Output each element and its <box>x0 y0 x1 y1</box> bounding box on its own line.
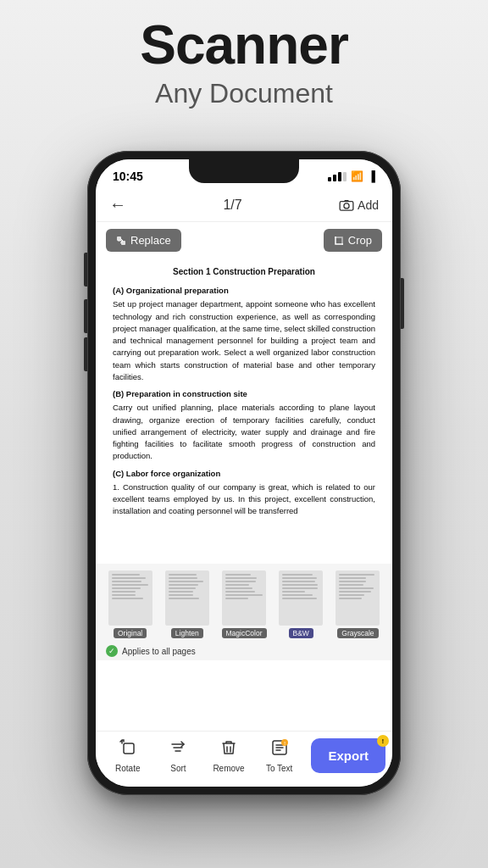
thumbnail-preview <box>108 570 152 626</box>
phone-mockup: 10:45 📶 ▐ ← 1/7 <box>87 151 401 795</box>
thumb-line <box>112 591 136 593</box>
thumbnail-preview <box>336 570 380 626</box>
export-label: Export <box>328 748 369 763</box>
thumbnail-preview <box>222 570 266 626</box>
app-title: Scanner <box>0 15 488 75</box>
svg-rect-5 <box>124 743 134 754</box>
thumb-line <box>339 577 365 579</box>
thumbnail-label: Original <box>114 628 147 638</box>
remove-label: Remove <box>213 764 244 773</box>
signal-bar-4 <box>343 172 347 181</box>
app-subtitle: Any Document <box>0 78 488 109</box>
thumb-line <box>225 574 251 576</box>
thumb-line <box>169 598 199 599</box>
app-header: Scanner Any Document <box>0 0 488 109</box>
thumbnail-label: MagicColor <box>222 628 267 638</box>
camera-icon <box>339 199 354 211</box>
thumb-line <box>169 584 198 586</box>
thumbnail-preview <box>165 570 209 626</box>
crop-button[interactable]: Crop <box>324 229 382 252</box>
to-text-action[interactable]: ! To Text <box>256 738 302 773</box>
phone-notch <box>189 159 299 183</box>
replace-icon <box>116 236 126 246</box>
check-icon: ✓ <box>106 645 118 657</box>
action-buttons: Rotate Sort <box>103 738 304 773</box>
thumb-line <box>339 591 371 593</box>
thumb-line <box>282 587 318 589</box>
section-c-body: 1. Construction quality of our company i… <box>113 481 375 518</box>
battery-icon: ▐ <box>368 170 375 182</box>
thumb-line <box>225 594 263 596</box>
document-title: Section 1 Construction Preparation <box>113 265 375 278</box>
phone-outer: 10:45 📶 ▐ ← 1/7 <box>87 151 401 795</box>
thumb-line <box>282 584 318 586</box>
applies-label: Applies to all pages <box>122 647 196 656</box>
rotate-label: Rotate <box>115 764 140 773</box>
section-a-body: Set up project manager department, appoi… <box>113 298 375 383</box>
thumbnail-label: Grayscale <box>337 628 378 638</box>
section-a-heading: (A) Organizational preparation <box>113 285 375 297</box>
add-button[interactable]: Add <box>339 198 379 212</box>
remove-icon <box>219 738 238 761</box>
bottom-toolbar: Rotate Sort <box>96 731 392 787</box>
thumb-line <box>225 577 257 579</box>
thumbnail-preview <box>279 570 323 626</box>
document-content: Section 1 Construction Preparation (A) O… <box>96 259 392 564</box>
page-indicator: 1/7 <box>223 198 241 213</box>
thumb-line <box>112 577 146 579</box>
rotate-icon <box>119 738 137 761</box>
status-time: 10:45 <box>113 170 143 183</box>
thumb-line <box>282 574 313 576</box>
thumb-line <box>112 598 143 599</box>
thumb-line <box>339 598 362 599</box>
svg-rect-2 <box>344 199 348 201</box>
phone-screen: 10:45 📶 ▐ ← 1/7 <box>96 159 392 787</box>
thumb-line <box>339 594 363 596</box>
thumbnail-item[interactable]: B&W <box>275 570 327 638</box>
thumb-line <box>169 587 196 589</box>
thumbnail-label: Lighten <box>171 628 203 638</box>
thumb-line <box>339 574 374 576</box>
signal-icon <box>328 172 347 181</box>
export-button[interactable]: Export ! <box>311 738 385 773</box>
add-label: Add <box>358 198 379 212</box>
replace-button[interactable]: Replace <box>106 229 181 252</box>
thumb-line <box>339 581 365 582</box>
thumb-line <box>169 594 193 596</box>
export-badge: ! <box>377 735 389 747</box>
thumbnail-label: B&W <box>289 628 313 638</box>
filter-thumbnails: OriginalLightenMagicColorB&WGrayscale <box>96 564 392 642</box>
thumb-line <box>282 577 317 579</box>
thumb-line <box>339 584 363 586</box>
thumb-line <box>169 581 203 582</box>
svg-point-1 <box>344 203 349 208</box>
thumb-line <box>112 584 148 586</box>
thumb-line <box>169 577 197 579</box>
thumbnail-item[interactable]: Original <box>104 570 156 638</box>
thumb-line <box>225 584 249 586</box>
thumb-line <box>339 587 374 589</box>
thumb-line <box>225 591 255 593</box>
thumb-line <box>225 598 248 599</box>
thumb-line <box>282 591 305 593</box>
applies-all-pages: ✓ Applies to all pages <box>96 642 392 660</box>
thumb-line <box>169 591 193 593</box>
status-icons: 📶 ▐ <box>328 170 375 182</box>
thumb-line <box>282 581 315 582</box>
back-button[interactable]: ← <box>109 195 126 214</box>
sort-label: Sort <box>170 764 186 773</box>
thumbnail-item[interactable]: Grayscale <box>332 570 384 638</box>
signal-bar-1 <box>328 177 331 181</box>
remove-action[interactable]: Remove <box>206 738 252 773</box>
section-b-heading: (B) Preparation in construction site <box>113 388 375 400</box>
thumb-line <box>225 587 252 589</box>
thumbnail-item[interactable]: MagicColor <box>218 570 269 638</box>
thumb-line <box>282 594 313 596</box>
section-b-body: Carry out unified planning, place materi… <box>113 402 375 462</box>
section-c-heading: (C) Labor force organization <box>113 468 375 480</box>
rotate-action[interactable]: Rotate <box>104 738 151 773</box>
thumbnail-item[interactable]: Lighten <box>161 570 213 638</box>
sort-action[interactable]: Sort <box>155 738 202 773</box>
signal-bar-3 <box>338 172 341 181</box>
thumb-line <box>112 587 141 589</box>
